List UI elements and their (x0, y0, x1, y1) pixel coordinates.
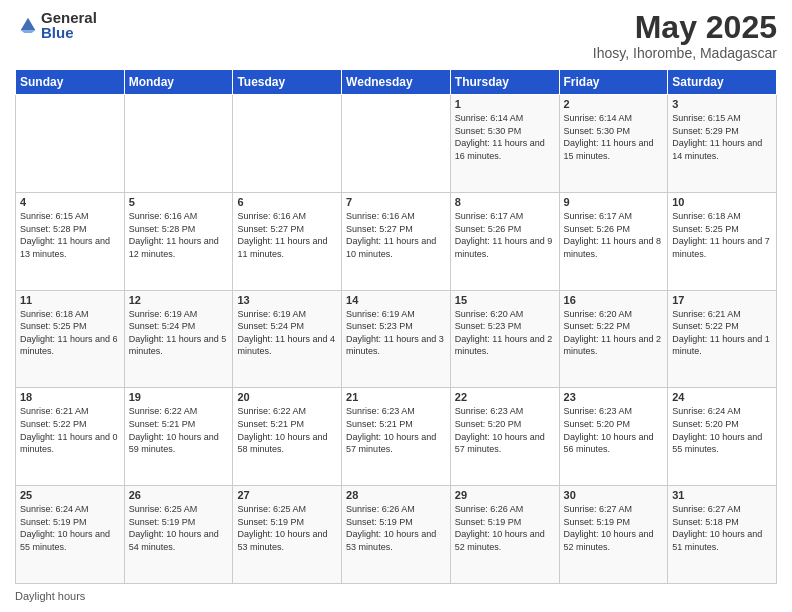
table-row: 23Sunrise: 6:23 AMSunset: 5:20 PMDayligh… (559, 388, 668, 486)
table-row: 7Sunrise: 6:16 AMSunset: 5:27 PMDaylight… (342, 192, 451, 290)
day-number: 4 (20, 196, 120, 208)
table-row (124, 95, 233, 193)
day-number: 12 (129, 294, 229, 306)
logo-icon (17, 14, 39, 36)
table-row: 24Sunrise: 6:24 AMSunset: 5:20 PMDayligh… (668, 388, 777, 486)
day-info: Sunrise: 6:24 AMSunset: 5:20 PMDaylight:… (672, 405, 772, 455)
svg-marker-0 (21, 18, 36, 30)
table-row: 28Sunrise: 6:26 AMSunset: 5:19 PMDayligh… (342, 486, 451, 584)
day-number: 22 (455, 391, 555, 403)
day-info: Sunrise: 6:23 AMSunset: 5:20 PMDaylight:… (455, 405, 555, 455)
location: Ihosy, Ihorombe, Madagascar (593, 45, 777, 61)
day-number: 8 (455, 196, 555, 208)
day-number: 2 (564, 98, 664, 110)
day-number: 6 (237, 196, 337, 208)
logo-general: General (41, 10, 97, 25)
day-number: 30 (564, 489, 664, 501)
table-row: 1Sunrise: 6:14 AMSunset: 5:30 PMDaylight… (450, 95, 559, 193)
table-row: 29Sunrise: 6:26 AMSunset: 5:19 PMDayligh… (450, 486, 559, 584)
svg-marker-1 (21, 30, 36, 33)
day-info: Sunrise: 6:21 AMSunset: 5:22 PMDaylight:… (20, 405, 120, 455)
day-number: 19 (129, 391, 229, 403)
table-row: 18Sunrise: 6:21 AMSunset: 5:22 PMDayligh… (16, 388, 125, 486)
day-info: Sunrise: 6:26 AMSunset: 5:19 PMDaylight:… (346, 503, 446, 553)
day-number: 27 (237, 489, 337, 501)
day-number: 31 (672, 489, 772, 501)
day-info: Sunrise: 6:19 AMSunset: 5:24 PMDaylight:… (237, 308, 337, 358)
day-number: 23 (564, 391, 664, 403)
day-number: 13 (237, 294, 337, 306)
calendar-table: Sunday Monday Tuesday Wednesday Thursday… (15, 69, 777, 584)
day-info: Sunrise: 6:22 AMSunset: 5:21 PMDaylight:… (237, 405, 337, 455)
table-row: 3Sunrise: 6:15 AMSunset: 5:29 PMDaylight… (668, 95, 777, 193)
day-number: 16 (564, 294, 664, 306)
day-number: 14 (346, 294, 446, 306)
title-block: May 2025 Ihosy, Ihorombe, Madagascar (593, 10, 777, 61)
table-row: 26Sunrise: 6:25 AMSunset: 5:19 PMDayligh… (124, 486, 233, 584)
table-row: 19Sunrise: 6:22 AMSunset: 5:21 PMDayligh… (124, 388, 233, 486)
table-row (233, 95, 342, 193)
day-number: 11 (20, 294, 120, 306)
calendar-body: 1Sunrise: 6:14 AMSunset: 5:30 PMDaylight… (16, 95, 777, 584)
header-row: Sunday Monday Tuesday Wednesday Thursday… (16, 70, 777, 95)
table-row: 25Sunrise: 6:24 AMSunset: 5:19 PMDayligh… (16, 486, 125, 584)
table-row: 20Sunrise: 6:22 AMSunset: 5:21 PMDayligh… (233, 388, 342, 486)
table-row: 15Sunrise: 6:20 AMSunset: 5:23 PMDayligh… (450, 290, 559, 388)
day-info: Sunrise: 6:15 AMSunset: 5:28 PMDaylight:… (20, 210, 120, 260)
day-info: Sunrise: 6:14 AMSunset: 5:30 PMDaylight:… (455, 112, 555, 162)
day-info: Sunrise: 6:19 AMSunset: 5:24 PMDaylight:… (129, 308, 229, 358)
day-info: Sunrise: 6:16 AMSunset: 5:27 PMDaylight:… (237, 210, 337, 260)
day-number: 20 (237, 391, 337, 403)
day-info: Sunrise: 6:23 AMSunset: 5:20 PMDaylight:… (564, 405, 664, 455)
table-row: 27Sunrise: 6:25 AMSunset: 5:19 PMDayligh… (233, 486, 342, 584)
day-info: Sunrise: 6:27 AMSunset: 5:18 PMDaylight:… (672, 503, 772, 553)
calendar-week-1: 1Sunrise: 6:14 AMSunset: 5:30 PMDaylight… (16, 95, 777, 193)
day-info: Sunrise: 6:19 AMSunset: 5:23 PMDaylight:… (346, 308, 446, 358)
col-monday: Monday (124, 70, 233, 95)
day-number: 3 (672, 98, 772, 110)
day-number: 5 (129, 196, 229, 208)
day-info: Sunrise: 6:15 AMSunset: 5:29 PMDaylight:… (672, 112, 772, 162)
day-number: 24 (672, 391, 772, 403)
day-info: Sunrise: 6:17 AMSunset: 5:26 PMDaylight:… (564, 210, 664, 260)
table-row (342, 95, 451, 193)
table-row: 2Sunrise: 6:14 AMSunset: 5:30 PMDaylight… (559, 95, 668, 193)
day-info: Sunrise: 6:18 AMSunset: 5:25 PMDaylight:… (672, 210, 772, 260)
table-row: 12Sunrise: 6:19 AMSunset: 5:24 PMDayligh… (124, 290, 233, 388)
table-row: 31Sunrise: 6:27 AMSunset: 5:18 PMDayligh… (668, 486, 777, 584)
day-number: 21 (346, 391, 446, 403)
table-row: 21Sunrise: 6:23 AMSunset: 5:21 PMDayligh… (342, 388, 451, 486)
day-number: 17 (672, 294, 772, 306)
day-info: Sunrise: 6:21 AMSunset: 5:22 PMDaylight:… (672, 308, 772, 358)
day-number: 1 (455, 98, 555, 110)
table-row: 5Sunrise: 6:16 AMSunset: 5:28 PMDaylight… (124, 192, 233, 290)
table-row: 9Sunrise: 6:17 AMSunset: 5:26 PMDaylight… (559, 192, 668, 290)
header: General Blue May 2025 Ihosy, Ihorombe, M… (15, 10, 777, 61)
footer: Daylight hours (15, 590, 777, 602)
day-info: Sunrise: 6:23 AMSunset: 5:21 PMDaylight:… (346, 405, 446, 455)
calendar-week-5: 25Sunrise: 6:24 AMSunset: 5:19 PMDayligh… (16, 486, 777, 584)
day-info: Sunrise: 6:27 AMSunset: 5:19 PMDaylight:… (564, 503, 664, 553)
day-number: 26 (129, 489, 229, 501)
table-row: 10Sunrise: 6:18 AMSunset: 5:25 PMDayligh… (668, 192, 777, 290)
day-number: 28 (346, 489, 446, 501)
day-info: Sunrise: 6:20 AMSunset: 5:22 PMDaylight:… (564, 308, 664, 358)
logo-text: General Blue (41, 10, 97, 40)
col-thursday: Thursday (450, 70, 559, 95)
col-saturday: Saturday (668, 70, 777, 95)
table-row: 4Sunrise: 6:15 AMSunset: 5:28 PMDaylight… (16, 192, 125, 290)
table-row: 13Sunrise: 6:19 AMSunset: 5:24 PMDayligh… (233, 290, 342, 388)
calendar-week-3: 11Sunrise: 6:18 AMSunset: 5:25 PMDayligh… (16, 290, 777, 388)
table-row: 6Sunrise: 6:16 AMSunset: 5:27 PMDaylight… (233, 192, 342, 290)
daylight-label: Daylight hours (15, 590, 85, 602)
day-info: Sunrise: 6:25 AMSunset: 5:19 PMDaylight:… (237, 503, 337, 553)
day-info: Sunrise: 6:22 AMSunset: 5:21 PMDaylight:… (129, 405, 229, 455)
day-number: 15 (455, 294, 555, 306)
logo: General Blue (15, 10, 97, 40)
day-info: Sunrise: 6:14 AMSunset: 5:30 PMDaylight:… (564, 112, 664, 162)
table-row: 16Sunrise: 6:20 AMSunset: 5:22 PMDayligh… (559, 290, 668, 388)
table-row: 22Sunrise: 6:23 AMSunset: 5:20 PMDayligh… (450, 388, 559, 486)
day-info: Sunrise: 6:17 AMSunset: 5:26 PMDaylight:… (455, 210, 555, 260)
day-number: 25 (20, 489, 120, 501)
day-info: Sunrise: 6:16 AMSunset: 5:28 PMDaylight:… (129, 210, 229, 260)
